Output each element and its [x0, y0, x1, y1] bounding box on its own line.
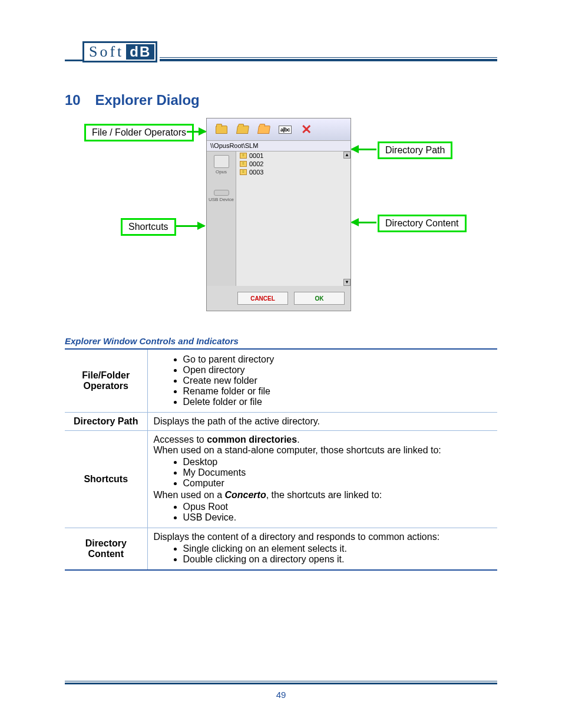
callout-path: Directory Path	[378, 141, 452, 159]
list-item: Opus Root	[183, 502, 492, 512]
shortcut-usb[interactable]: USB Device	[209, 184, 234, 202]
shortcut-label: USB Device	[209, 197, 234, 202]
shortcut-label: Opus	[216, 169, 227, 174]
list-item: My Documents	[183, 467, 492, 478]
toolbar: a|bc ✕	[207, 118, 351, 141]
delete-icon[interactable]: ✕	[300, 124, 313, 136]
list-item: Single clicking on an element selects it…	[183, 543, 492, 554]
list-item[interactable]: ≡0002	[236, 160, 351, 168]
list-item: Desktop	[183, 457, 492, 467]
scroll-up-icon[interactable]: ▲	[343, 151, 351, 159]
list-item: USB Device.	[183, 512, 492, 523]
shortcut-opus[interactable]: Opus	[214, 155, 229, 174]
logo-soft: Soft	[85, 43, 126, 61]
callout-shortcuts: Shortcuts	[121, 218, 176, 236]
shortcuts-sidebar: Opus USB Device	[207, 151, 236, 286]
arrow-icon	[187, 131, 206, 133]
scroll-down-icon[interactable]: ▼	[343, 279, 351, 286]
cancel-button[interactable]: CANCEL	[237, 292, 288, 305]
table-row: File/Folder Operators Go to parent direc…	[65, 349, 497, 413]
path-bar[interactable]: \\OpusRoot\SLM	[207, 141, 351, 151]
rename-icon[interactable]: a|bc	[279, 124, 292, 136]
list-item: Open directory	[183, 365, 492, 375]
ok-button[interactable]: OK	[294, 292, 345, 305]
table-row: Directory Path Displays the path of the …	[65, 413, 497, 431]
footer-rule	[65, 681, 497, 684]
callout-content: Directory Content	[378, 215, 467, 232]
logo: Soft dB	[65, 41, 497, 62]
controls-table: File/Folder Operators Go to parent direc…	[65, 348, 497, 571]
list-item: Create new folder	[183, 375, 492, 386]
row-label: Directory Content	[65, 528, 147, 571]
row-label: Directory Path	[65, 413, 147, 431]
logo-db: dB	[126, 44, 154, 60]
section-heading: 10 Explorer Dialog	[65, 92, 497, 108]
page-number: 49	[0, 690, 562, 700]
arrow-icon	[352, 222, 376, 223]
new-folder-icon[interactable]	[257, 124, 270, 136]
directory-content[interactable]: ≡0001 ≡0002 ≡0003 ▲ ▼	[236, 151, 351, 286]
list-item[interactable]: ≡0001	[236, 151, 351, 160]
section-number: 10	[65, 92, 81, 108]
section-title: Explorer Dialog	[95, 92, 199, 108]
list-item: Go to parent directory	[183, 354, 492, 365]
row-label: Shortcuts	[65, 431, 147, 528]
arrow-icon	[352, 149, 376, 150]
row-label: File/Folder Operators	[65, 349, 147, 413]
file-icon: ≡	[240, 161, 247, 167]
callout-operators: File / Folder Operators	[84, 124, 194, 141]
list-item: Rename folder or file	[183, 386, 492, 397]
explorer-diagram: File / Folder Operators Shortcuts Direct…	[75, 118, 487, 318]
parent-dir-icon[interactable]	[215, 124, 228, 136]
explorer-window: a|bc ✕ \\OpusRoot\SLM Opus USB Device ≡0…	[206, 118, 351, 311]
list-item: Delete folder or file	[183, 397, 492, 407]
list-item[interactable]: ≡0003	[236, 168, 351, 176]
opus-icon	[214, 155, 229, 168]
table-row: Shortcuts Accesses to common directories…	[65, 431, 497, 528]
file-icon: ≡	[240, 153, 247, 159]
row-text: Displays the path of the active director…	[147, 413, 497, 431]
table-heading: Explorer Window Controls and Indicators	[65, 336, 497, 346]
open-dir-icon[interactable]	[236, 124, 249, 136]
file-icon: ≡	[240, 169, 247, 175]
list-item: Double clicking on a directory opens it.	[183, 554, 492, 565]
arrow-icon	[176, 225, 204, 227]
table-row: Directory Content Displays the content o…	[65, 528, 497, 571]
list-item: Computer	[183, 478, 492, 489]
usb-icon	[214, 190, 229, 196]
